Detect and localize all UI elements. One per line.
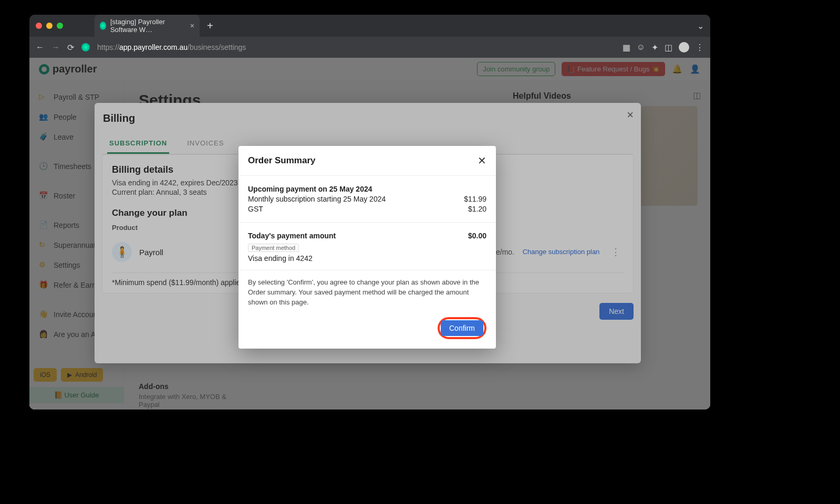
- ext-icon[interactable]: ▦: [623, 43, 630, 52]
- minimize-window-icon[interactable]: [46, 23, 53, 29]
- upcoming-heading: Upcoming payment on 25 May 2024: [248, 185, 372, 193]
- browser-address-bar: ← → ⟳ https://app.payroller.com.au/busin…: [29, 37, 710, 58]
- tab-title: [staging] Payroller Software W…: [110, 18, 184, 34]
- line-value: $11.99: [464, 195, 486, 203]
- chevron-down-icon[interactable]: ⌄: [697, 21, 704, 31]
- order-title: Order Summary: [248, 155, 316, 166]
- today-label: Today's payment amount: [248, 232, 336, 240]
- reload-icon[interactable]: ⟳: [67, 43, 74, 52]
- maximize-window-icon[interactable]: [57, 23, 63, 29]
- new-tab-button[interactable]: +: [207, 20, 213, 32]
- confirm-button[interactable]: Confirm: [441, 320, 483, 336]
- highlight-ring: Confirm: [438, 317, 486, 339]
- kebab-menu-icon[interactable]: ⋮: [696, 43, 704, 52]
- confirm-disclaimer: By selecting 'Confirm', you agree to cha…: [248, 278, 486, 308]
- extension-icons: ▦ ☺ ✦ ◫ ⋮: [623, 42, 704, 52]
- payment-method-line: Visa ending in 4242: [248, 254, 486, 262]
- browser-window: [staging] Payroller Software W… × + ⌄ ← …: [29, 15, 710, 410]
- profile-avatar-icon[interactable]: [679, 42, 689, 52]
- panel-icon[interactable]: ◫: [665, 43, 672, 52]
- line-label: GST: [248, 205, 263, 213]
- page-viewport: payroller Join community group 📕 Feature…: [29, 58, 710, 410]
- back-icon[interactable]: ←: [36, 43, 44, 52]
- browser-tabbar: [staging] Payroller Software W… × + ⌄: [29, 15, 710, 37]
- tab-close-icon[interactable]: ×: [190, 22, 194, 30]
- today-value: $0.00: [468, 232, 486, 240]
- close-window-icon[interactable]: [36, 23, 42, 29]
- site-identity-icon[interactable]: [81, 43, 90, 51]
- payment-method-badge: Payment method: [248, 244, 299, 252]
- forward-icon[interactable]: →: [51, 43, 60, 52]
- extensions-icon[interactable]: ✦: [651, 43, 658, 52]
- url-field[interactable]: https://app.payroller.com.au/business/se…: [97, 43, 615, 51]
- line-label: Monthly subscription starting 25 May 202…: [248, 195, 386, 203]
- line-value: $1.20: [468, 205, 486, 213]
- ext-icon[interactable]: ☺: [637, 43, 645, 52]
- close-icon[interactable]: ✕: [478, 154, 486, 167]
- browser-tab[interactable]: [staging] Payroller Software W… ×: [95, 15, 200, 37]
- window-controls[interactable]: [36, 23, 63, 29]
- order-summary-modal: Order Summary ✕ Upcoming payment on 25 M…: [238, 146, 496, 349]
- favicon-icon: [100, 22, 106, 30]
